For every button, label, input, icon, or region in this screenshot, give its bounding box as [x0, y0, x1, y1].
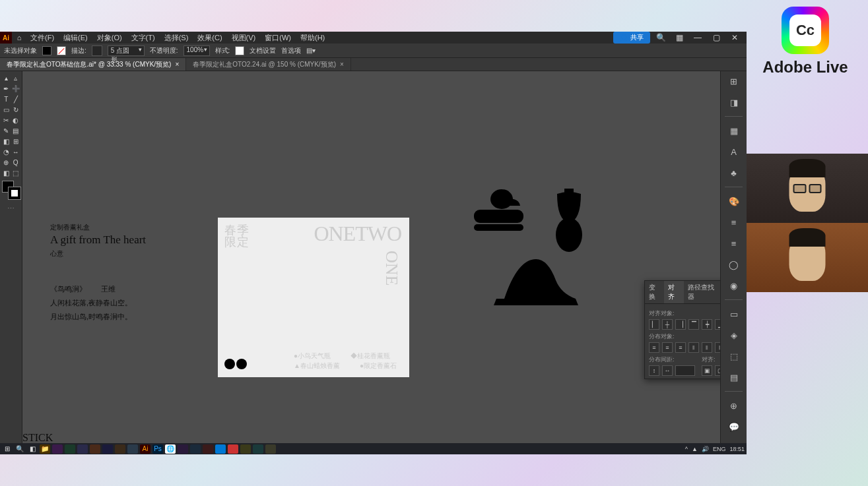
align-hcenter-button[interactable]: ┼ [662, 319, 673, 330]
tool-16[interactable]: ⊕ [1, 157, 11, 167]
stroke-color[interactable] [9, 187, 20, 199]
align-bottom-button[interactable]: ▁ [715, 319, 720, 330]
taskbar-app-15[interactable] [265, 444, 276, 454]
taskbar-app-10[interactable] [203, 444, 213, 454]
tool-10[interactable]: ✎ [1, 125, 11, 136]
tool-14[interactable]: ◔ [1, 146, 11, 157]
style-swatch[interactable] [235, 46, 244, 55]
tool-8[interactable]: ✂ [1, 115, 11, 125]
dock-icon-3[interactable]: A [727, 144, 741, 159]
taskbar-app-11[interactable] [215, 444, 226, 454]
taskbar-app-illustrator[interactable]: Ai [140, 444, 150, 454]
tray-language[interactable]: ENG [713, 446, 726, 452]
taskbar-app-13[interactable] [240, 444, 251, 454]
menu-item-4[interactable]: 选择(S) [160, 32, 193, 44]
prefs-button[interactable]: 首选项 [281, 46, 301, 55]
menu-item-0[interactable]: 文件(F) [26, 32, 58, 44]
taskbar-app-8[interactable] [178, 444, 188, 454]
stroke-weight-input[interactable] [92, 46, 102, 56]
fill-swatch[interactable] [42, 46, 51, 55]
tool-0[interactable]: ▴ [1, 73, 11, 83]
align-to-artboard-button[interactable]: ▢ [715, 365, 720, 376]
dist-bottom-button[interactable]: ≡ [675, 342, 686, 353]
stroke-swatch[interactable] [57, 46, 66, 55]
menu-item-2[interactable]: 对象(O) [93, 32, 126, 44]
taskbar-app-7[interactable] [127, 444, 138, 454]
dock-icon-1[interactable]: ◨ [727, 95, 741, 109]
align-panel-tab-1[interactable]: 对齐 [664, 281, 683, 303]
tool-17[interactable]: Q [11, 157, 21, 167]
dock-icon-14[interactable]: ⊕ [727, 398, 741, 413]
tab-close-icon[interactable]: × [175, 61, 179, 68]
taskbar-app-photoshop[interactable]: Ps [152, 444, 163, 454]
taskbar-app-14[interactable] [253, 444, 263, 454]
tool-7[interactable]: ↻ [11, 104, 21, 115]
dock-icon-10[interactable]: ▭ [727, 307, 741, 321]
taskbar-app-explorer[interactable]: 📁 [40, 444, 50, 454]
taskbar-app-3[interactable] [77, 444, 88, 454]
align-to-selection-button[interactable]: ▣ [702, 365, 712, 376]
dock-icon-4[interactable]: ♣ [727, 166, 741, 180]
dock-icon-9[interactable]: ◉ [727, 278, 741, 293]
taskbar-app-2[interactable] [65, 444, 75, 454]
tool-12[interactable]: ◧ [1, 136, 11, 146]
menu-item-7[interactable]: 窗口(W) [261, 32, 295, 44]
home-icon[interactable]: ⌂ [12, 34, 26, 42]
taskbar-search-icon[interactable]: 🔍 [15, 444, 25, 454]
align-vcenter-button[interactable]: ┿ [702, 319, 712, 330]
dock-icon-6[interactable]: ≡ [727, 215, 741, 229]
tray-clock[interactable]: 18:51 [729, 446, 745, 452]
tab-close-icon[interactable]: × [340, 61, 344, 68]
taskbar-app-1[interactable] [52, 444, 63, 454]
tool-13[interactable]: ⊞ [11, 136, 21, 146]
dock-icon-0[interactable]: ⊞ [727, 74, 741, 88]
menu-item-1[interactable]: 编辑(E) [59, 32, 92, 44]
dock-icon-12[interactable]: ⬚ [727, 349, 741, 363]
align-panel-tab-0[interactable]: 变换 [645, 281, 664, 303]
tool-3[interactable]: ➕ [11, 83, 21, 94]
dist-hcenter-button[interactable]: ⦀ [702, 342, 712, 353]
dock-icon-2[interactable]: ▦ [727, 123, 741, 138]
taskbar-app-chrome[interactable]: 🌐 [165, 444, 176, 454]
tray-chevron-icon[interactable]: ^ [685, 446, 688, 452]
tool-15[interactable]: ↔ [11, 146, 21, 157]
dist-hspace-button[interactable]: ↔ [662, 365, 673, 376]
taskbar-app-12[interactable] [228, 444, 238, 454]
start-button[interactable]: ⊞ [2, 444, 13, 454]
tray-network-icon[interactable]: ▲ [692, 446, 698, 452]
dock-icon-11[interactable]: ◈ [727, 328, 741, 342]
minimize-button[interactable]: — [690, 33, 706, 42]
doc-setup-button[interactable]: 文档设置 [250, 46, 276, 55]
taskbar-app-9[interactable] [190, 444, 201, 454]
menu-item-5[interactable]: 效果(C) [193, 32, 226, 44]
align-panel-tab-2[interactable]: 路径查找器 [684, 281, 720, 303]
share-button[interactable]: 👤 共享 [613, 32, 650, 44]
search-icon[interactable]: 🔍 [653, 33, 669, 42]
opacity-dropdown[interactable]: 100% [184, 46, 210, 56]
tray-volume-icon[interactable]: 🔊 [702, 446, 709, 452]
dist-right-button[interactable]: ⦀ [715, 342, 720, 353]
taskbar-app-5[interactable] [102, 444, 113, 454]
tool-1[interactable]: ▵ [11, 73, 21, 83]
spacing-input[interactable] [675, 365, 695, 376]
dist-vspace-button[interactable]: ↕ [649, 365, 659, 376]
tool-4[interactable]: T [1, 94, 11, 104]
align-left-button[interactable]: ▏ [649, 319, 659, 330]
dist-left-button[interactable]: ⦀ [688, 342, 699, 353]
tool-19[interactable]: ⬚ [11, 167, 21, 178]
tool-2[interactable]: ✒ [1, 83, 11, 94]
maximize-button[interactable]: ▢ [708, 33, 724, 42]
taskbar-app-4[interactable] [90, 444, 100, 454]
dock-icon-7[interactable]: ≡ [727, 236, 741, 251]
document-tab-1[interactable]: 春季限定礼盒OTO2.24.ai @ 150 % (CMYK/预览)× [186, 58, 351, 71]
taskbar-app-6[interactable] [115, 444, 125, 454]
dock-icon-13[interactable]: ▤ [727, 370, 741, 384]
align-right-button[interactable]: ▕ [675, 319, 686, 330]
align-top-button[interactable]: ▔ [688, 319, 699, 330]
dock-icon-5[interactable]: 🎨 [727, 194, 741, 208]
dock-icon-8[interactable]: ◯ [727, 257, 741, 272]
tools-more-icon[interactable]: ⋯ [1, 204, 20, 213]
menu-item-8[interactable]: 帮助(H) [296, 32, 329, 44]
menu-item-6[interactable]: 视图(V) [228, 32, 260, 44]
menu-item-3[interactable]: 文字(T) [127, 32, 159, 44]
